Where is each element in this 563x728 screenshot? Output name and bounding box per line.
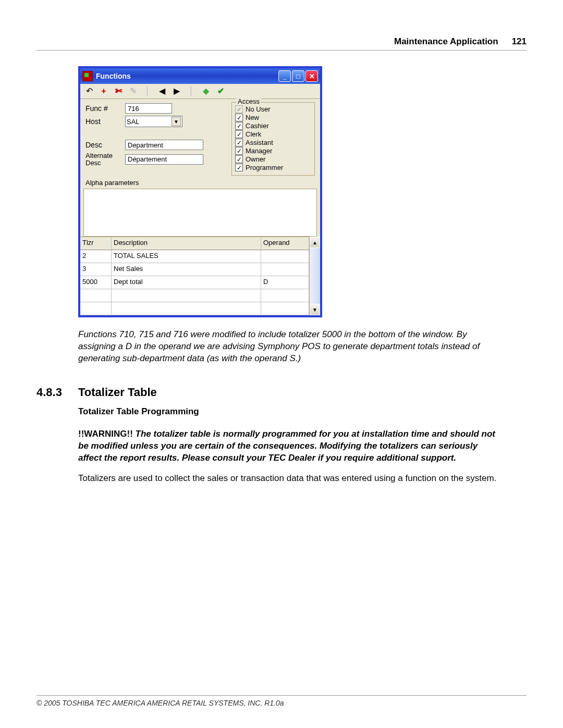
checkbox-label: Cashier xyxy=(246,122,269,130)
col-description[interactable]: Description xyxy=(112,237,261,250)
func-label: Func # xyxy=(85,104,125,113)
desc-input[interactable] xyxy=(125,140,203,150)
scroll-down-icon[interactable]: ▼ xyxy=(310,304,320,315)
chevron-down-icon[interactable]: ▼ xyxy=(172,117,181,126)
alpha-params-area[interactable] xyxy=(83,189,317,237)
checkbox-cashier[interactable] xyxy=(235,122,243,130)
section-number: 4.8.3 xyxy=(36,386,78,399)
check-icon[interactable]: ✔ xyxy=(216,87,225,96)
table-row[interactable]: 3Net Sales xyxy=(80,263,309,276)
table-row[interactable] xyxy=(80,289,309,302)
figure-caption: Functions 710, 715 and 716 were modified… xyxy=(78,329,490,365)
table-row[interactable] xyxy=(80,302,309,315)
close-icon: ✕ xyxy=(309,72,315,80)
grid-header: Tlzr Description Operand xyxy=(80,237,309,250)
host-select[interactable]: SAL ▼ xyxy=(125,116,182,127)
maximize-button[interactable]: □ xyxy=(292,70,304,82)
scroll-track[interactable] xyxy=(310,248,320,304)
checkbox-nouser[interactable] xyxy=(235,105,243,113)
window-title: Functions xyxy=(96,72,278,80)
warning-body: The totalizer table is normally programm… xyxy=(78,429,495,463)
checkbox-clerk[interactable] xyxy=(235,130,243,138)
minimize-icon: _ xyxy=(283,72,286,80)
title-bar[interactable]: Functions _ □ ✕ xyxy=(80,68,320,84)
checkbox-programmer[interactable] xyxy=(235,164,243,171)
func-input[interactable] xyxy=(125,103,172,114)
warning-label: !!WARNING!! xyxy=(78,429,136,439)
add-icon[interactable]: + xyxy=(99,87,108,96)
alpha-params-label: Alpha parameters xyxy=(80,179,320,189)
checkbox-owner[interactable] xyxy=(235,155,243,163)
next-icon[interactable]: ▶ xyxy=(172,87,181,96)
copy-icon: ✎ xyxy=(128,87,138,96)
cut-icon[interactable]: ✄ xyxy=(114,87,123,96)
table-row[interactable]: 5000Dept totalD xyxy=(80,276,309,289)
access-fieldset: Access No User New Cashier Clerk Assista… xyxy=(231,102,315,176)
col-operand[interactable]: Operand xyxy=(261,237,309,250)
scroll-up-icon[interactable]: ▲ xyxy=(310,237,320,248)
desc-label: Desc xyxy=(85,141,125,149)
checkbox-label: Owner xyxy=(246,155,265,163)
paint-icon[interactable]: ◆ xyxy=(201,87,211,96)
checkbox-label: New xyxy=(246,114,259,121)
checkbox-label: No User xyxy=(246,105,271,113)
body-paragraph: Totalizers are used to collect the sales… xyxy=(78,473,500,485)
col-tlzr[interactable]: Tlzr xyxy=(80,237,112,250)
close-button[interactable]: ✕ xyxy=(305,70,318,82)
alt-desc-input[interactable] xyxy=(125,154,203,165)
totalizer-grid[interactable]: Tlzr Description Operand 2TOTAL SALES 3N… xyxy=(80,237,309,315)
host-value: SAL xyxy=(127,118,140,126)
page-footer: © 2005 TOSHIBA TEC AMERICA AMERICA RETAI… xyxy=(36,695,527,707)
scrollbar[interactable]: ▲ ▼ xyxy=(309,237,320,315)
separator-icon: │ xyxy=(143,87,152,96)
subheading: Totalizer Table Programming xyxy=(78,406,527,417)
maximize-icon: □ xyxy=(296,72,300,80)
header-title: Maintenance Application xyxy=(394,36,498,47)
checkbox-manager[interactable] xyxy=(235,147,243,155)
table-row[interactable]: 2TOTAL SALES xyxy=(80,250,309,263)
access-legend: Access xyxy=(236,97,261,105)
checkbox-label: Manager xyxy=(246,147,272,155)
separator-icon: │ xyxy=(187,87,196,96)
functions-window: Functions _ □ ✕ ↶ + ✄ ✎ │ ◀ ▶ │ ◆ ✔ Func… xyxy=(78,66,322,317)
host-label: Host xyxy=(85,117,125,126)
app-icon xyxy=(82,71,93,81)
section-title: Totalizer Table xyxy=(78,386,157,399)
page-header: Maintenance Application 121 xyxy=(36,36,527,51)
toolbar: ↶ + ✄ ✎ │ ◀ ▶ │ ◆ ✔ xyxy=(80,84,320,99)
checkbox-label: Clerk xyxy=(246,130,261,138)
checkbox-label: Programmer xyxy=(246,164,283,171)
page-number: 121 xyxy=(512,36,527,47)
minimize-button[interactable]: _ xyxy=(278,70,291,82)
prev-icon[interactable]: ◀ xyxy=(157,87,167,96)
checkbox-assistant[interactable] xyxy=(235,139,243,146)
alt-desc-label: AlternateDesc xyxy=(85,152,125,166)
checkbox-label: Assistant xyxy=(246,139,273,146)
undo-icon[interactable]: ↶ xyxy=(84,87,94,96)
warning-paragraph: !!WARNING!! The totalizer table is norma… xyxy=(78,428,500,464)
checkbox-new[interactable] xyxy=(235,114,243,121)
